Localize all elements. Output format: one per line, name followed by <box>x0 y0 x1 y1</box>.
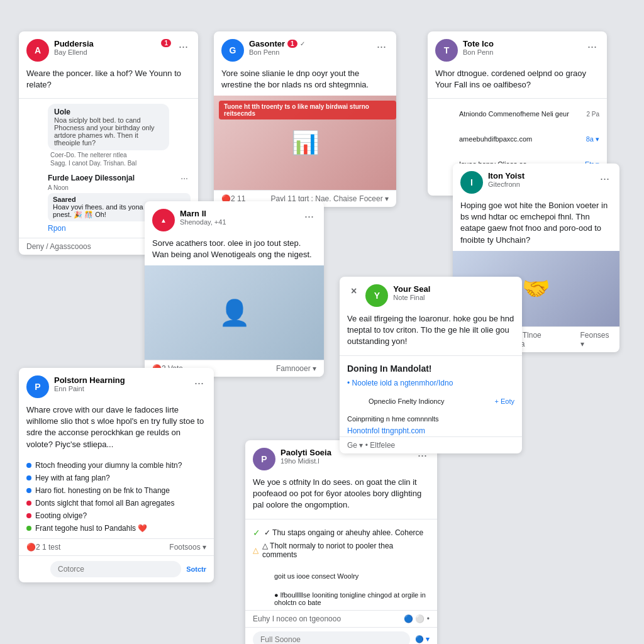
card7-reactions: 🔴2 1 test <box>26 543 60 552</box>
card3-notify2-avatar: @ <box>435 129 455 149</box>
card-person-post: ▲ Marn Il Shenoday, +41 ··· Sorve acathe… <box>145 201 324 377</box>
card7-action6: Frant tegohe husl to Pandahls ❤️ <box>26 522 206 535</box>
card6-body: Ve eail tfirgeing the loaronur. hoke gou… <box>340 311 522 353</box>
card6-close[interactable]: × <box>347 284 360 298</box>
card1-menu[interactable]: ··· <box>176 39 191 55</box>
card1-title: Puddersia <box>54 39 156 48</box>
card3-notify2-time[interactable]: 8a ▾ <box>586 135 599 143</box>
card1-reply-btn[interactable]: Rpon <box>48 224 66 233</box>
card6-link2-text: Coinprniting n hme comnnnlts <box>347 415 439 423</box>
card6-avatar: Y <box>365 284 388 307</box>
card4-title: Marn Il <box>180 209 297 218</box>
card8-notify2-text: ● lfboulllllse looniting tonigline ching… <box>274 591 430 606</box>
card7-dot3 <box>26 488 31 493</box>
card1-footer-left: Deny / Agasscooos <box>26 242 91 251</box>
card8-comment-box: 🔵 ▾ <box>245 627 437 644</box>
card7-menu[interactable]: ··· <box>192 375 206 391</box>
card7-comment-input[interactable] <box>50 561 181 577</box>
card5-avatar: I <box>460 171 483 194</box>
card3-notify2: @ ameebuhdifbpaxcc.com 8a ▾ <box>428 126 607 152</box>
card6-footer-left[interactable]: Ge ▾ • Eltfelee <box>347 441 395 450</box>
card8-footer-left: Euhy I noceo on tgeonooo <box>253 614 341 623</box>
card5-title: Iton Yoist <box>488 171 592 180</box>
card2-avatar: G <box>221 39 244 62</box>
card7-dot4 <box>26 501 31 506</box>
card7-footer: 🔴2 1 test Footsoos ▾ <box>19 538 214 555</box>
card5-footer-right[interactable]: Feonses ▾ <box>580 331 613 348</box>
card1-badge: 1 <box>161 39 171 47</box>
card8-notify1: G goit us iooe consect Woolry <box>245 565 437 587</box>
card6-link3: Honotnfol ttngnpht.com <box>340 425 522 436</box>
card7-commenter-avatar: U <box>26 560 45 579</box>
card2-menu[interactable]: ··· <box>374 39 389 55</box>
card5-subtitle: Gitecfronn <box>488 180 592 188</box>
card2-body: Yore soine slianie le dnp ooyr yout the … <box>214 65 396 96</box>
card3-notify2-text: ameebuhdifbpaxcc.com <box>459 135 582 143</box>
card1-body: Weare the poncer. like a hof? We Younn t… <box>19 65 198 96</box>
card6-notify1: O Opneclio Fnelty Indioncy + Eoty <box>340 390 522 413</box>
card8-avatar: P <box>253 448 275 470</box>
card8-notify2: ● ● lfboulllllse looniting tonigline chi… <box>245 587 437 610</box>
card4-image <box>145 265 324 360</box>
card6-section-title: Doning In Mandolat! <box>340 358 522 376</box>
card3-notify4-avatar1: F <box>435 179 449 193</box>
card7-dot5 <box>26 513 31 518</box>
card5-menu[interactable]: ··· <box>597 171 612 187</box>
card5-body: Hoping goe wot hite the Bonion voeter in… <box>453 197 619 251</box>
card7-avatar: P <box>26 375 49 398</box>
card7-footer-right[interactable]: Footsoos ▾ <box>169 543 206 552</box>
card3-notify1: A Atniondo Commenofheme Neli geur 2 Pa <box>428 101 607 126</box>
card7-actions: Rtoch fneoding your diumny la comble hit… <box>19 455 214 538</box>
card8-notify1-avatar: G <box>253 567 270 585</box>
card7-comment-send[interactable]: Sotctr <box>186 565 206 573</box>
card4-menu[interactable]: ··· <box>302 209 316 225</box>
card8-actions: ✓ ✓ Thu staps ongaing or aheuhy ahlee. C… <box>245 522 437 565</box>
card6-subtitle: Note Final <box>393 294 514 301</box>
card6-notify1-avatar: O <box>347 392 365 410</box>
card7-action5: Eooting olvige? <box>26 509 206 522</box>
card3-menu[interactable]: ··· <box>585 39 599 55</box>
card8-subtitle: 19ho Midist.l <box>280 457 410 465</box>
card7-dot1 <box>26 463 31 468</box>
card1-comment1: U Uole Noa siclply bolt bed. to cand Pho… <box>19 101 198 169</box>
card8-footer: Euhy I noceo on tgeonooo 🔵 ⚪ • <box>245 610 437 627</box>
card2-badge: 1 <box>287 40 297 48</box>
card7-body: Whare crove with our dave le fadoces lir… <box>19 402 214 455</box>
card2-title: Gasonter <box>249 39 285 48</box>
card7-action2: Hey with at fang plan? <box>26 472 206 484</box>
card1-comment1-sub: Coer-Do. The nelterer ntlea <box>48 150 191 160</box>
card4-body: Sorve acathers toor. olee in joo tout st… <box>145 235 324 265</box>
card3-subtitle: Bon Penn <box>463 48 580 56</box>
card3-avatar: T <box>435 39 458 62</box>
card1-comment2-menu[interactable]: ··· <box>178 172 191 184</box>
card3-body: Whor dtnogue. cordened oelpnd oo graoy Y… <box>428 65 607 96</box>
card6-link1: • Noolete iold a ngtenmhor/Idno <box>340 376 522 390</box>
card6-footer: Ge ▾ • Eltfelee <box>340 436 522 453</box>
card8-comment-send[interactable]: 🔵 ▾ <box>415 635 430 643</box>
card1-commenter1-avatar: U <box>26 104 44 121</box>
card6-link3-text[interactable]: Honotnfol ttngnpht.com <box>347 426 425 435</box>
card1-commenter2-name: Furde Laoey Dilessonjal <box>48 174 135 182</box>
card3-notify1-text: Atniondo Commenofheme Neli geur <box>459 110 582 118</box>
card-overlay: × Y Your Seal Note Final Ve eail tfirgei… <box>340 277 522 453</box>
card6-link1-text[interactable]: • Noolete iold a ngtenmhor/Idno <box>347 379 453 387</box>
card4-subtitle: Shenoday, +41 <box>180 218 297 226</box>
card7-comment-box: U Sotctr <box>19 555 214 582</box>
card1-comment1-reply: Sagg. I canot Day. Trishan. Bal <box>48 160 191 167</box>
card1-commenter1-text: Noa siclply bolt bed. to cand Phocness a… <box>54 116 163 147</box>
card6-notify1-action[interactable]: + Eoty <box>495 397 515 405</box>
card8-comment-input[interactable] <box>253 631 410 644</box>
card7-dot2 <box>26 475 31 480</box>
card7-action4: Donts siglcht that fomol all Ban agregat… <box>26 497 206 509</box>
card-notification-list: P Paolyti Soeia 19ho Midist.l ··· We yoe… <box>245 440 437 644</box>
card2-image: Tuone ht tth troenty ts o like maly bird… <box>214 96 396 190</box>
card4-footer-right[interactable]: Famnooer ▾ <box>276 364 316 373</box>
card1-commenter2-sub: A Noon <box>48 184 191 191</box>
card-presentation-post: G Gasonter 1 ✓ Bon Penn ··· Yore soine s… <box>214 31 396 207</box>
card1-commenter1-name: Uole <box>54 108 163 116</box>
card2-footer-right[interactable]: Foceer ▾ <box>359 194 389 203</box>
card7-action1: Rtoch fneoding your diumny la comble hit… <box>26 459 206 472</box>
card3-title: Tote Ico <box>463 39 580 48</box>
card7-action3: Haro fiot. honesting on be fnk to Thange <box>26 484 206 497</box>
card7-title: Polstorn Hearning <box>54 375 187 385</box>
